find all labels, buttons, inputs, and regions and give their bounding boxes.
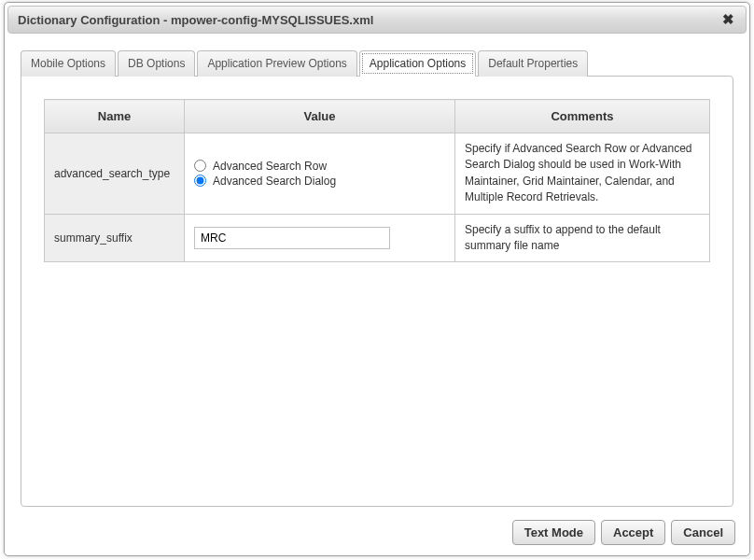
col-header-value: Value — [185, 100, 455, 133]
button-bar: Text Mode Accept Cancel — [7, 512, 747, 553]
row-value — [185, 214, 455, 262]
text-mode-button[interactable]: Text Mode — [512, 520, 595, 545]
tab-default-properties[interactable]: Default Properties — [478, 50, 588, 77]
tab-application-preview-options[interactable]: Application Preview Options — [197, 50, 356, 77]
row-comments: Specify a suffix to append to the defaul… — [455, 214, 710, 262]
dialog-body: Mobile Options DB Options Application Pr… — [7, 36, 747, 512]
titlebar: Dictionary Configuration - mpower-config… — [7, 6, 747, 34]
summary-suffix-input[interactable] — [194, 227, 390, 249]
cancel-button[interactable]: Cancel — [671, 520, 735, 545]
radio-advanced-search-dialog[interactable] — [194, 175, 206, 187]
tab-application-options[interactable]: Application Options — [359, 50, 476, 77]
col-header-name: Name — [45, 100, 185, 133]
accept-button[interactable]: Accept — [601, 520, 665, 545]
table-row: summary_suffix Specify a suffix to appen… — [45, 214, 710, 262]
close-icon[interactable]: ✖ — [720, 11, 736, 28]
dialog-window: Dictionary Configuration - mpower-config… — [4, 2, 750, 556]
tab-panel: Name Value Comments advanced_search_type… — [21, 76, 733, 507]
row-comments: Specify if Advanced Search Row or Advanc… — [455, 133, 710, 215]
row-value: Advanced Search Row Advanced Search Dial… — [185, 133, 455, 215]
tab-mobile-options[interactable]: Mobile Options — [21, 50, 116, 77]
table-row: advanced_search_type Advanced Search Row… — [45, 133, 710, 215]
config-table: Name Value Comments advanced_search_type… — [44, 99, 710, 262]
tab-db-options[interactable]: DB Options — [118, 50, 195, 77]
dialog-title: Dictionary Configuration - mpower-config… — [18, 13, 720, 27]
radio-advanced-search-row[interactable] — [194, 160, 206, 172]
col-header-comments: Comments — [455, 100, 710, 133]
tab-bar: Mobile Options DB Options Application Pr… — [21, 49, 733, 76]
row-name: advanced_search_type — [45, 133, 185, 215]
radio-option: Advanced Search Row — [194, 160, 445, 173]
radio-option: Advanced Search Dialog — [194, 175, 445, 188]
radio-label: Advanced Search Row — [213, 160, 327, 173]
row-name: summary_suffix — [45, 214, 185, 262]
radio-label: Advanced Search Dialog — [213, 175, 336, 188]
